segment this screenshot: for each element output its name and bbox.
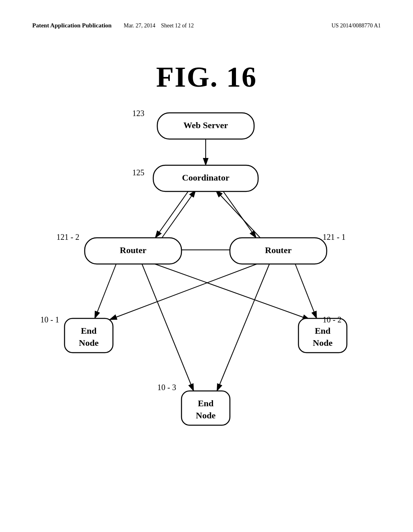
label-125: 125 (132, 168, 144, 177)
router-left-endnode-left-arrow (95, 262, 117, 318)
end-node-right-label2: Node (313, 338, 333, 348)
router-left-coordinator-arrow (161, 190, 196, 240)
end-node-bottom-label1: End (198, 398, 213, 408)
end-node-bottom-label2: Node (196, 410, 216, 420)
network-diagram: Web Server Coordinator Router Router End… (32, 101, 379, 524)
router-right-endnode-bottom-arrow (217, 262, 270, 391)
end-node-right-label1: End (315, 326, 330, 336)
router-left-label: Router (120, 245, 146, 255)
label-10-3: 10 - 3 (157, 383, 176, 392)
figure-title: FIG. 16 (0, 60, 413, 94)
diagram-area: FIG. 16 (0, 48, 413, 532)
label-10-2: 10 - 2 (323, 315, 342, 324)
label-123: 123 (132, 109, 144, 118)
publication-label: Patent Application Publication (32, 22, 112, 29)
coordinator-label: Coordinator (182, 172, 229, 183)
router-right-label: Router (265, 245, 292, 255)
end-node-left-label1: End (81, 326, 96, 336)
router-right-endnode-right-arrow (294, 262, 317, 318)
patent-number: US 2014/0088770 A1 (332, 23, 381, 29)
page-header: Patent Application Publication Mar. 27, … (32, 22, 381, 29)
router-left-endnode-bottom-arrow (141, 262, 194, 391)
label-121-2: 121 - 2 (56, 233, 79, 241)
coordinator-router-right-arrow (222, 189, 256, 238)
router-left-endnode-right-arrow (149, 262, 310, 320)
web-server-label: Web Server (184, 120, 228, 130)
label-121-1: 121 - 1 (323, 233, 346, 241)
router-right-coordinator-arrow (216, 190, 261, 239)
label-10-1: 10 - 1 (40, 315, 59, 324)
end-node-left-label2: Node (79, 338, 99, 348)
router-right-endnode-left-arrow (110, 262, 262, 320)
coordinator-router-left-arrow (155, 189, 190, 238)
publication-date: Mar. 27, 2014 Sheet 12 of 12 (124, 23, 194, 29)
